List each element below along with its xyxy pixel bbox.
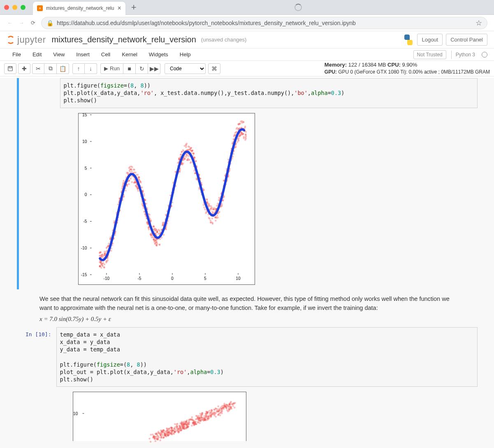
reload-button[interactable]: ⟳ bbox=[27, 17, 39, 29]
code-editor[interactable]: temp_data = x_data x_data = y_data y_dat… bbox=[56, 327, 478, 387]
new-tab-button[interactable]: + bbox=[131, 3, 137, 12]
svg-point-1287 bbox=[185, 421, 187, 423]
zoom-window-icon[interactable] bbox=[21, 5, 26, 10]
bookmark-star-icon[interactable]: ☆ bbox=[475, 18, 482, 28]
svg-point-337 bbox=[133, 169, 135, 171]
svg-point-1353 bbox=[176, 426, 178, 428]
svg-point-1343 bbox=[188, 423, 190, 425]
svg-point-454 bbox=[185, 146, 187, 148]
forward-button[interactable]: → bbox=[16, 17, 27, 29]
run-button[interactable]: ▶ Run bbox=[100, 63, 123, 74]
svg-point-1333 bbox=[213, 415, 215, 417]
svg-point-1376 bbox=[182, 425, 184, 427]
cell-type-select[interactable]: Code bbox=[165, 63, 206, 74]
menu-widgets[interactable]: Widgets bbox=[143, 51, 174, 58]
svg-rect-0 bbox=[8, 66, 13, 71]
svg-point-1269 bbox=[180, 423, 182, 425]
svg-point-1345 bbox=[211, 409, 213, 411]
menu-edit[interactable]: Edit bbox=[27, 51, 47, 58]
save-button[interactable] bbox=[4, 63, 16, 74]
svg-point-1359 bbox=[164, 434, 166, 436]
menu-view[interactable]: View bbox=[47, 51, 70, 58]
code-cell-selected[interactable]: plt.figure(figsize=(8, 8)) plt.plot(x_da… bbox=[17, 78, 478, 289]
svg-point-1185 bbox=[217, 406, 219, 408]
svg-point-1184 bbox=[178, 431, 180, 433]
minimize-window-icon[interactable] bbox=[12, 5, 17, 10]
svg-point-526 bbox=[154, 242, 156, 244]
restart-run-all-button[interactable]: ▶▶ bbox=[148, 63, 160, 74]
svg-point-1313 bbox=[191, 418, 193, 420]
menu-cell[interactable]: Cell bbox=[95, 51, 116, 58]
notebook-name[interactable]: mixtures_density_network_relu_version bbox=[52, 35, 196, 44]
move-up-button[interactable]: ↑ bbox=[72, 63, 85, 74]
svg-point-1271 bbox=[221, 405, 223, 407]
svg-point-550 bbox=[217, 203, 219, 205]
menu-help[interactable]: Help bbox=[174, 51, 197, 58]
svg-point-1275 bbox=[200, 416, 202, 418]
svg-point-923 bbox=[214, 217, 216, 219]
url-text: https://datahub.ucsd.edu/dsmlp/user/agt/… bbox=[57, 20, 472, 26]
svg-point-735 bbox=[182, 149, 184, 151]
svg-point-303 bbox=[151, 236, 153, 238]
svg-text:-10: -10 bbox=[103, 276, 109, 281]
control-panel-button[interactable]: Control Panel bbox=[446, 34, 487, 46]
svg-point-858 bbox=[244, 127, 246, 129]
svg-point-414 bbox=[110, 249, 112, 252]
svg-point-1326 bbox=[178, 425, 180, 427]
svg-point-863 bbox=[208, 204, 210, 206]
command-palette-button[interactable]: ⌘ bbox=[208, 63, 220, 74]
back-button[interactable]: ← bbox=[4, 17, 16, 29]
copy-button[interactable]: ⧉ bbox=[44, 63, 57, 74]
browser-tab[interactable]: ≡ mixtures_density_network_relu × bbox=[33, 2, 125, 15]
svg-point-744 bbox=[206, 201, 208, 203]
svg-point-462 bbox=[179, 171, 181, 173]
svg-text:-5: -5 bbox=[83, 219, 87, 224]
svg-point-1344 bbox=[206, 418, 209, 420]
menu-insert[interactable]: Insert bbox=[70, 51, 95, 58]
code-editor[interactable]: plt.figure(figsize=(8, 8)) plt.plot(x_da… bbox=[60, 78, 478, 108]
svg-point-1352 bbox=[198, 418, 200, 420]
svg-point-911 bbox=[135, 181, 137, 183]
menu-file[interactable]: File bbox=[7, 51, 27, 58]
move-down-button[interactable]: ↓ bbox=[85, 63, 97, 74]
svg-point-549 bbox=[218, 211, 220, 213]
address-bar[interactable]: 🔒 https://datahub.ucsd.edu/dsmlp/user/ag… bbox=[41, 17, 487, 29]
svg-point-1365 bbox=[233, 402, 235, 404]
svg-point-1360 bbox=[190, 425, 192, 427]
svg-point-767 bbox=[182, 162, 184, 164]
kernel-name[interactable]: Python 3 bbox=[451, 51, 479, 59]
svg-point-899 bbox=[99, 266, 101, 268]
chart-scatter-inverted: 10 bbox=[73, 392, 246, 441]
svg-point-1109 bbox=[154, 440, 156, 442]
svg-point-1320 bbox=[192, 422, 194, 424]
svg-point-403 bbox=[180, 153, 182, 155]
cut-button[interactable]: ✂ bbox=[32, 63, 44, 74]
svg-point-1349 bbox=[227, 411, 229, 413]
close-window-icon[interactable] bbox=[4, 5, 9, 10]
restart-button[interactable]: ↻ bbox=[136, 63, 148, 74]
trusted-indicator[interactable]: Not Trusted bbox=[413, 50, 446, 59]
interrupt-button[interactable]: ■ bbox=[123, 63, 136, 74]
svg-point-1342 bbox=[174, 431, 176, 433]
markdown-cell[interactable]: We see that the neural network can fit t… bbox=[39, 294, 451, 324]
cpu-value: 9.90% bbox=[402, 62, 417, 68]
svg-point-646 bbox=[128, 170, 130, 172]
svg-point-1291 bbox=[174, 429, 176, 431]
cell-output: -10-50510-15-10-5051015 bbox=[60, 108, 478, 289]
add-cell-button[interactable]: ✚ bbox=[18, 63, 30, 74]
code-cell-10[interactable]: In [10]: temp_data = x_data x_data = y_d… bbox=[17, 327, 478, 446]
svg-rect-1 bbox=[9, 66, 12, 68]
close-tab-icon[interactable]: × bbox=[117, 5, 121, 12]
window-controls[interactable] bbox=[4, 5, 26, 10]
jupyter-logo[interactable]: jupyter bbox=[7, 35, 46, 45]
svg-point-866 bbox=[240, 132, 242, 134]
svg-point-978 bbox=[233, 407, 235, 409]
menu-kernel[interactable]: Kernel bbox=[116, 51, 143, 58]
svg-point-722 bbox=[242, 121, 244, 123]
paste-button[interactable]: 📋 bbox=[57, 63, 69, 74]
svg-point-1368 bbox=[211, 412, 213, 414]
svg-point-1214 bbox=[208, 414, 210, 416]
logout-button[interactable]: Logout bbox=[417, 34, 443, 46]
svg-point-924 bbox=[128, 183, 130, 185]
svg-point-417 bbox=[239, 134, 241, 136]
